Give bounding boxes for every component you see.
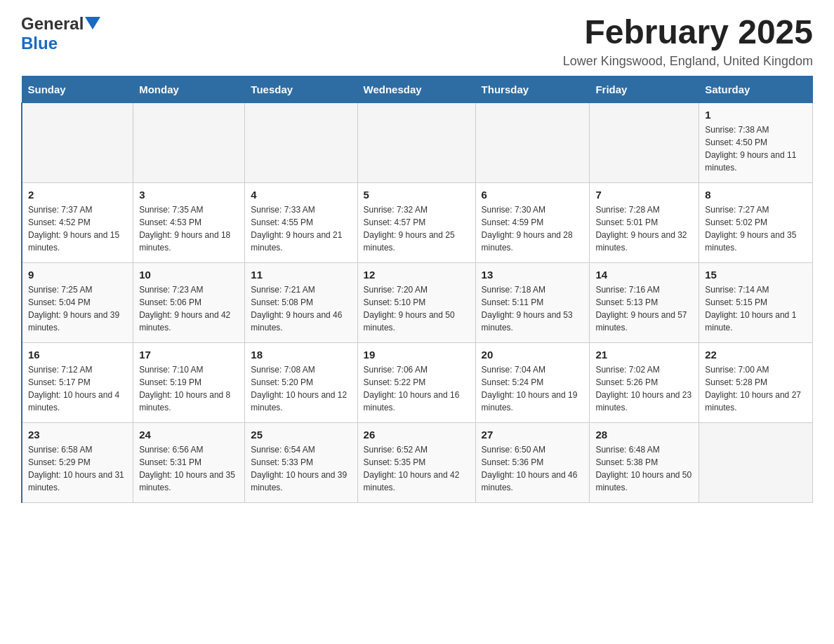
day-number: 22 (705, 349, 807, 361)
day-info: Sunrise: 7:02 AM Sunset: 5:26 PM Dayligh… (595, 363, 693, 414)
day-number: 23 (28, 429, 127, 441)
calendar-cell: 25Sunrise: 6:54 AM Sunset: 5:33 PM Dayli… (245, 422, 357, 502)
day-of-week-header: Friday (590, 76, 699, 102)
day-info: Sunrise: 6:52 AM Sunset: 5:35 PM Dayligh… (364, 443, 470, 494)
calendar-cell: 8Sunrise: 7:27 AM Sunset: 5:02 PM Daylig… (699, 182, 813, 262)
day-info: Sunrise: 6:54 AM Sunset: 5:33 PM Dayligh… (251, 443, 351, 494)
day-number: 19 (364, 349, 470, 361)
day-info: Sunrise: 7:30 AM Sunset: 4:59 PM Dayligh… (482, 203, 584, 254)
calendar-cell (590, 102, 699, 182)
day-info: Sunrise: 7:33 AM Sunset: 4:55 PM Dayligh… (251, 203, 351, 254)
day-of-week-header: Tuesday (245, 76, 357, 102)
day-info: Sunrise: 7:06 AM Sunset: 5:22 PM Dayligh… (364, 363, 470, 414)
day-info: Sunrise: 7:23 AM Sunset: 5:06 PM Dayligh… (139, 283, 239, 334)
logo-arrow-icon (85, 17, 100, 32)
day-info: Sunrise: 7:37 AM Sunset: 4:52 PM Dayligh… (28, 203, 127, 254)
day-info: Sunrise: 7:08 AM Sunset: 5:20 PM Dayligh… (251, 363, 351, 414)
logo: General Blue (21, 14, 100, 53)
calendar-cell: 17Sunrise: 7:10 AM Sunset: 5:19 PM Dayli… (133, 342, 245, 422)
day-number: 3 (139, 189, 239, 201)
day-info: Sunrise: 7:38 AM Sunset: 4:50 PM Dayligh… (705, 123, 807, 174)
calendar-week-row: 9Sunrise: 7:25 AM Sunset: 5:04 PM Daylig… (22, 262, 813, 342)
day-info: Sunrise: 7:14 AM Sunset: 5:15 PM Dayligh… (705, 283, 807, 334)
calendar-cell: 9Sunrise: 7:25 AM Sunset: 5:04 PM Daylig… (22, 262, 133, 342)
calendar-cell: 27Sunrise: 6:50 AM Sunset: 5:36 PM Dayli… (475, 422, 590, 502)
calendar-cell: 15Sunrise: 7:14 AM Sunset: 5:15 PM Dayli… (699, 262, 813, 342)
calendar-cell: 24Sunrise: 6:56 AM Sunset: 5:31 PM Dayli… (133, 422, 245, 502)
day-number: 2 (28, 189, 127, 201)
day-of-week-header: Sunday (22, 76, 133, 102)
calendar-cell: 26Sunrise: 6:52 AM Sunset: 5:35 PM Dayli… (357, 422, 475, 502)
calendar-cell: 3Sunrise: 7:35 AM Sunset: 4:53 PM Daylig… (133, 182, 245, 262)
calendar-cell: 19Sunrise: 7:06 AM Sunset: 5:22 PM Dayli… (357, 342, 475, 422)
calendar-week-row: 1Sunrise: 7:38 AM Sunset: 4:50 PM Daylig… (22, 102, 813, 182)
calendar-cell: 20Sunrise: 7:04 AM Sunset: 5:24 PM Dayli… (475, 342, 590, 422)
calendar-cell: 4Sunrise: 7:33 AM Sunset: 4:55 PM Daylig… (245, 182, 357, 262)
day-info: Sunrise: 7:35 AM Sunset: 4:53 PM Dayligh… (139, 203, 239, 254)
calendar-cell (245, 102, 357, 182)
calendar-week-row: 23Sunrise: 6:58 AM Sunset: 5:29 PM Dayli… (22, 422, 813, 502)
calendar-cell: 14Sunrise: 7:16 AM Sunset: 5:13 PM Dayli… (590, 262, 699, 342)
day-number: 9 (28, 269, 127, 281)
calendar-cell (475, 102, 590, 182)
day-info: Sunrise: 6:56 AM Sunset: 5:31 PM Dayligh… (139, 443, 239, 494)
day-info: Sunrise: 7:21 AM Sunset: 5:08 PM Dayligh… (251, 283, 351, 334)
day-number: 7 (595, 189, 693, 201)
calendar-cell: 7Sunrise: 7:28 AM Sunset: 5:01 PM Daylig… (590, 182, 699, 262)
svg-marker-0 (85, 17, 100, 29)
calendar-cell: 5Sunrise: 7:32 AM Sunset: 4:57 PM Daylig… (357, 182, 475, 262)
calendar-cell (133, 102, 245, 182)
day-info: Sunrise: 7:00 AM Sunset: 5:28 PM Dayligh… (705, 363, 807, 414)
day-number: 20 (482, 349, 584, 361)
calendar-cell: 13Sunrise: 7:18 AM Sunset: 5:11 PM Dayli… (475, 262, 590, 342)
day-number: 11 (251, 269, 351, 281)
calendar-week-row: 2Sunrise: 7:37 AM Sunset: 4:52 PM Daylig… (22, 182, 813, 262)
day-number: 12 (364, 269, 470, 281)
day-of-week-header: Thursday (475, 76, 590, 102)
day-number: 4 (251, 189, 351, 201)
calendar-cell: 21Sunrise: 7:02 AM Sunset: 5:26 PM Dayli… (590, 342, 699, 422)
calendar-cell (22, 102, 133, 182)
calendar-cell: 16Sunrise: 7:12 AM Sunset: 5:17 PM Dayli… (22, 342, 133, 422)
day-of-week-header: Monday (133, 76, 245, 102)
title-section: February 2025 Lower Kingswood, England, … (563, 14, 813, 69)
day-info: Sunrise: 7:18 AM Sunset: 5:11 PM Dayligh… (482, 283, 584, 334)
day-info: Sunrise: 7:16 AM Sunset: 5:13 PM Dayligh… (595, 283, 693, 334)
day-number: 14 (595, 269, 693, 281)
day-info: Sunrise: 7:25 AM Sunset: 5:04 PM Dayligh… (28, 283, 127, 334)
day-info: Sunrise: 7:12 AM Sunset: 5:17 PM Dayligh… (28, 363, 127, 414)
day-info: Sunrise: 6:48 AM Sunset: 5:38 PM Dayligh… (595, 443, 693, 494)
day-of-week-header: Saturday (699, 76, 813, 102)
calendar-cell: 23Sunrise: 6:58 AM Sunset: 5:29 PM Dayli… (22, 422, 133, 502)
day-number: 18 (251, 349, 351, 361)
day-info: Sunrise: 6:50 AM Sunset: 5:36 PM Dayligh… (482, 443, 584, 494)
day-number: 13 (482, 269, 584, 281)
day-number: 5 (364, 189, 470, 201)
calendar-cell: 2Sunrise: 7:37 AM Sunset: 4:52 PM Daylig… (22, 182, 133, 262)
day-number: 10 (139, 269, 239, 281)
calendar-header-row: SundayMondayTuesdayWednesdayThursdayFrid… (22, 76, 813, 102)
calendar-cell: 12Sunrise: 7:20 AM Sunset: 5:10 PM Dayli… (357, 262, 475, 342)
day-info: Sunrise: 7:27 AM Sunset: 5:02 PM Dayligh… (705, 203, 807, 254)
day-number: 28 (595, 429, 693, 441)
location: Lower Kingswood, England, United Kingdom (563, 54, 813, 69)
calendar-week-row: 16Sunrise: 7:12 AM Sunset: 5:17 PM Dayli… (22, 342, 813, 422)
calendar-cell (357, 102, 475, 182)
month-title: February 2025 (563, 14, 813, 51)
day-number: 25 (251, 429, 351, 441)
page-header: General Blue February 2025 Lower Kingswo… (21, 14, 813, 69)
day-number: 6 (482, 189, 584, 201)
day-info: Sunrise: 7:28 AM Sunset: 5:01 PM Dayligh… (595, 203, 693, 254)
calendar-cell: 28Sunrise: 6:48 AM Sunset: 5:38 PM Dayli… (590, 422, 699, 502)
calendar-table: SundayMondayTuesdayWednesdayThursdayFrid… (21, 76, 813, 503)
day-number: 17 (139, 349, 239, 361)
calendar-cell (699, 422, 813, 502)
calendar-cell: 18Sunrise: 7:08 AM Sunset: 5:20 PM Dayli… (245, 342, 357, 422)
day-number: 21 (595, 349, 693, 361)
day-number: 27 (482, 429, 584, 441)
day-number: 8 (705, 189, 807, 201)
day-info: Sunrise: 7:20 AM Sunset: 5:10 PM Dayligh… (364, 283, 470, 334)
day-info: Sunrise: 7:04 AM Sunset: 5:24 PM Dayligh… (482, 363, 584, 414)
calendar-cell: 22Sunrise: 7:00 AM Sunset: 5:28 PM Dayli… (699, 342, 813, 422)
day-number: 15 (705, 269, 807, 281)
